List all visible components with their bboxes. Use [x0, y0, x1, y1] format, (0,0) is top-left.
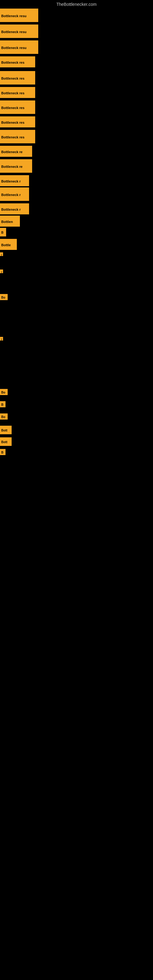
bar-item: B — [0, 401, 14, 407]
bar-item: | — [0, 252, 27, 256]
bar-item: Bottleneck res — [0, 87, 76, 98]
bar-item: Bo — [0, 294, 21, 300]
bar-item: Bottleneck re — [0, 146, 55, 157]
bar-label: | — [0, 337, 3, 340]
bar-label: Bottleneck res — [0, 100, 35, 114]
bar-label: Bottleneck res — [0, 116, 35, 127]
bar-label: Bottle — [0, 239, 17, 250]
bar-label: Bottleneck re — [0, 146, 32, 157]
bar-label: Bott — [0, 426, 12, 434]
bar-item: Bottleneck r — [0, 204, 41, 215]
bar-label: Bottleneck res — [0, 71, 35, 84]
bar-item: Bottleneck r — [0, 188, 45, 201]
bar-item: Bottleneck r — [0, 175, 48, 186]
bar-label: Bottleneck r — [0, 175, 29, 186]
bar-item: Bottlen — [0, 216, 38, 227]
bar-item: Bott — [0, 426, 12, 434]
bar-label: | — [0, 269, 3, 273]
bar-label: Bo — [0, 414, 8, 420]
bar-label: Bottleneck r — [0, 204, 29, 215]
bar-item: Bottleneck re — [0, 159, 51, 173]
site-title: TheBottlenecker.com — [0, 0, 153, 9]
bar-label: Bottleneck res — [0, 56, 35, 67]
bar-label: | — [0, 252, 3, 256]
bar-item: Bo — [0, 389, 16, 395]
bar-label: Bott — [0, 438, 12, 446]
bar-label: Bottleneck res — [0, 87, 35, 98]
bar-item: Bottleneck res — [0, 130, 60, 143]
bar-item: Bottleneck res — [0, 100, 70, 114]
bar-item: Bottleneck res — [0, 56, 89, 67]
bar-item: Bott — [0, 438, 10, 446]
bar-item: | — [0, 337, 18, 340]
bar-item: Bottleneck res — [0, 71, 83, 84]
bar-item: Bottleneck resu — [0, 40, 98, 54]
bar-item: Bottleneck resu — [0, 9, 116, 22]
bar-item: B — [0, 228, 33, 236]
bar-label: Bottlen — [0, 216, 20, 227]
bar-label: Bottleneck r — [0, 188, 29, 201]
bar-item: Bottle — [0, 239, 30, 250]
bar-label: Bottleneck res — [0, 130, 35, 143]
bar-item: Bo — [0, 414, 13, 420]
bar-item: Bottleneck res — [0, 116, 64, 127]
bar-label: B — [0, 401, 5, 407]
bar-label: B — [0, 449, 5, 455]
bar-label: Bottleneck re — [0, 159, 32, 173]
bar-item: | — [0, 269, 24, 273]
bar-item: B — [0, 449, 9, 455]
bar-label: Bo — [0, 294, 8, 300]
bar-item: Bottleneck resu — [0, 24, 107, 38]
bar-label: Bottleneck resu — [0, 24, 38, 38]
bar-label: Bottleneck resu — [0, 40, 38, 54]
bar-label: B — [0, 228, 6, 236]
bar-label: Bo — [0, 389, 8, 395]
bar-label: Bottleneck resu — [0, 9, 38, 22]
